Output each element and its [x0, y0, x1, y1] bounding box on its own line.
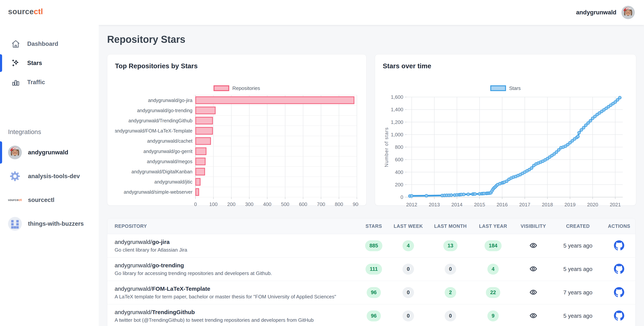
github-link-icon[interactable]	[614, 310, 624, 321]
col-visibility: Visibility	[514, 223, 553, 229]
brand-logo[interactable]: sourcectl	[0, 7, 99, 16]
legend-label: Stars	[509, 85, 521, 91]
svg-text:andygrunwald/TrendingGithub: andygrunwald/TrendingGithub	[128, 118, 192, 123]
repo-link[interactable]: andygrunwald/go-jira	[114, 239, 360, 245]
integration-item-andygrunwald[interactable]: andygrunwald	[0, 141, 99, 164]
sidebar-nav: Dashboard Stars	[0, 34, 99, 92]
table-row: andygrunwald/TrendingGithub A twitter bo…	[107, 304, 636, 326]
last-week-badge: 0	[402, 310, 414, 321]
stars-badge: 885	[365, 240, 382, 251]
visibility-eye-icon[interactable]	[529, 241, 538, 249]
table-body: andygrunwald/go-jira Go client library f…	[107, 234, 636, 326]
sidebar-item-stars[interactable]: Stars	[0, 54, 99, 73]
table-row: andygrunwald/FOM-LaTeX-Template A LaTeX …	[107, 281, 636, 304]
gear-icon	[8, 169, 22, 183]
svg-text:andygrunwald/simple-webserver: andygrunwald/simple-webserver	[124, 189, 192, 195]
integrations-heading: Integrations	[8, 128, 99, 136]
avatar-image	[8, 146, 22, 159]
repo-description: A twitter bot (@TrendingGithub) to tweet…	[114, 317, 360, 323]
sourcectl-logo: sourcectl	[8, 193, 22, 207]
repo-description: Go library for accessing trending reposi…	[114, 270, 360, 276]
last-month-badge: 2	[445, 287, 456, 298]
stars-badge: 96	[367, 287, 381, 298]
sidebar-item-traffic[interactable]: Traffic	[0, 73, 99, 92]
svg-text:0: 0	[400, 194, 403, 200]
repo-description: Go client library for Atlassian Jira	[114, 247, 360, 253]
page-title: Repository Stars	[107, 34, 636, 45]
svg-text:300: 300	[245, 201, 254, 207]
svg-text:2016: 2016	[496, 202, 508, 207]
svg-text:andygrunwald/megos: andygrunwald/megos	[147, 159, 192, 164]
repo-link[interactable]: andygrunwald/FOM-LaTeX-Template	[114, 285, 360, 292]
svg-text:900: 900	[353, 201, 358, 207]
repo-link[interactable]: andygrunwald/go-trending	[114, 262, 360, 269]
repo-cell: andygrunwald/FOM-LaTeX-Template A LaTeX …	[107, 285, 360, 300]
svg-text:1,600: 1,600	[391, 94, 403, 100]
svg-text:andygrunwald/FOM-LaTeX-Templat: andygrunwald/FOM-LaTeX-Template	[115, 128, 192, 133]
legend-swatch	[214, 85, 229, 91]
svg-text:200: 200	[395, 182, 403, 188]
sparkles-icon	[11, 59, 20, 68]
stars-badge: 96	[367, 310, 381, 321]
line-chart-title: Stars over time	[383, 62, 628, 70]
sidebar-item-label: Dashboard	[27, 41, 58, 47]
github-link-icon[interactable]	[614, 287, 624, 298]
user-menu[interactable]: andygrunwald	[576, 6, 635, 19]
active-indicator	[0, 54, 2, 72]
last-month-badge: 0	[445, 310, 456, 321]
created-text: 7 years ago	[553, 289, 603, 296]
integration-item-things-with-buzzers[interactable]: things-with-buzzers	[0, 212, 99, 236]
last-month-badge: 13	[443, 240, 458, 251]
col-actions: Actions	[603, 223, 636, 229]
svg-text:0: 0	[194, 201, 197, 207]
integration-item-sourcectl[interactable]: sourcectl sourcectl	[0, 188, 99, 212]
visibility-eye-icon[interactable]	[529, 288, 538, 296]
repo-cell: andygrunwald/go-jira Go client library f…	[107, 239, 360, 253]
avatar-image	[622, 6, 635, 19]
col-repository: Repository	[107, 223, 360, 229]
bar-chart-card: Top Repositories by Stars Repositories 0…	[107, 54, 366, 206]
repo-link[interactable]: andygrunwald/TrendingGithub	[114, 309, 360, 315]
charts-row: Top Repositories by Stars Repositories 0…	[107, 54, 636, 206]
bar-chart-plot: 0100200300400500600700800900andygrunwald…	[115, 94, 358, 209]
created-text: 5 years ago	[553, 243, 603, 249]
svg-text:400: 400	[395, 169, 403, 175]
last-year-badge: 4	[488, 264, 499, 275]
sidebar-item-dashboard[interactable]: Dashboard	[0, 34, 99, 54]
sidebar-item-label: Stars	[27, 60, 42, 67]
created-text: 5 years ago	[553, 313, 603, 319]
svg-text:andygrunwald/jitic: andygrunwald/jitic	[154, 179, 192, 184]
last-year-badge: 22	[486, 287, 500, 298]
svg-text:400: 400	[263, 201, 272, 207]
integration-label: analysis-tools-dev	[28, 173, 80, 180]
repo-cell: andygrunwald/TrendingGithub A twitter bo…	[107, 309, 360, 323]
integration-label: sourcectl	[28, 197, 54, 203]
table-header-row: Repository Stars Last week Last month La…	[107, 218, 636, 234]
bar-chart-icon	[11, 78, 20, 87]
col-last-week: Last week	[388, 223, 428, 229]
github-link-icon[interactable]	[614, 263, 624, 274]
visibility-eye-icon[interactable]	[529, 312, 538, 320]
top-bar: andygrunwald	[99, 0, 644, 25]
integration-item-analysis-tools-dev[interactable]: analysis-tools-dev	[0, 164, 99, 188]
active-indicator	[0, 141, 2, 164]
app-root: sourcectl Dashboard	[0, 0, 644, 326]
brand-logo-primary: source	[8, 7, 34, 16]
sidebar-item-label: Traffic	[27, 79, 45, 86]
integration-label: things-with-buzzers	[28, 220, 84, 227]
last-week-badge: 0	[402, 264, 414, 275]
line-chart-plot: 02004006008001,0001,2001,4001,6002012201…	[383, 94, 628, 209]
user-avatar[interactable]	[622, 6, 635, 19]
user-avatar	[8, 146, 22, 159]
github-link-icon[interactable]	[614, 240, 624, 251]
visibility-eye-icon[interactable]	[529, 265, 538, 273]
svg-text:andygrunwald/go-trending: andygrunwald/go-trending	[137, 108, 192, 113]
line-chart-legend: Stars	[383, 85, 628, 92]
brand-logo-accent: ctl	[34, 7, 43, 16]
svg-text:100: 100	[209, 201, 218, 207]
svg-text:andygrunwald/go-jira: andygrunwald/go-jira	[148, 98, 192, 103]
svg-text:2019: 2019	[564, 202, 576, 207]
svg-text:2020: 2020	[587, 202, 598, 207]
svg-text:500: 500	[281, 201, 289, 207]
svg-text:2018: 2018	[542, 202, 553, 207]
